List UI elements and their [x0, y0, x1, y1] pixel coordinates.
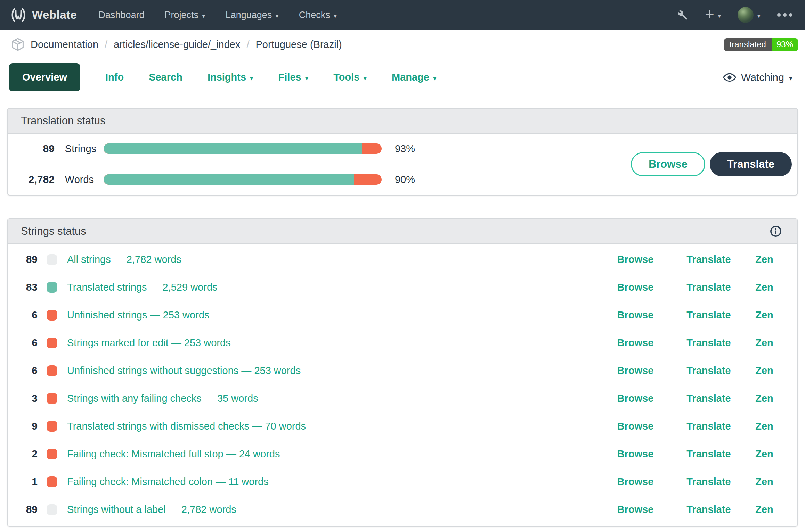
- string-filter-link[interactable]: Strings without a label — 2,782 words: [67, 504, 236, 515]
- string-filter-link[interactable]: All strings — 2,782 words: [67, 254, 181, 265]
- row-browse-link[interactable]: Browse: [612, 421, 658, 432]
- row-zen-link[interactable]: Zen: [751, 282, 778, 293]
- strings-status-row: 3 Strings with any failing checks — 35 w…: [8, 384, 797, 412]
- tab[interactable]: Search: [149, 72, 182, 83]
- weblate-logo-icon: [10, 6, 27, 24]
- breadcrumb-link[interactable]: Portuguese (Brazil): [256, 39, 342, 50]
- breadcrumb-link[interactable]: Documentation: [31, 39, 98, 50]
- admin-wrench-button[interactable]: [676, 9, 688, 21]
- navbar-item[interactable]: Languages ▾: [226, 10, 279, 20]
- string-count: 2: [15, 448, 38, 460]
- avatar: [738, 7, 754, 23]
- tab[interactable]: Insights ▾: [208, 72, 253, 83]
- chevron-down-icon: ▾: [250, 75, 253, 81]
- progress-bar-fill: [104, 174, 354, 185]
- translated-percentage-badge: translated 93%: [724, 38, 798, 51]
- breadcrumb-link[interactable]: articles/license-guide/_index: [114, 39, 240, 50]
- row-browse-link[interactable]: Browse: [612, 309, 658, 321]
- tab[interactable]: Overview: [9, 63, 80, 91]
- browse-button[interactable]: Browse: [631, 152, 705, 176]
- breadcrumb-segment: Portuguese (Brazil): [256, 39, 342, 50]
- row-zen-link[interactable]: Zen: [751, 337, 778, 349]
- string-filter-link[interactable]: Failing check: Mismatched full stop — 24…: [67, 448, 280, 460]
- string-filter-link[interactable]: Unfinished strings without suggestions —…: [67, 365, 301, 376]
- tab[interactable]: Info: [105, 72, 124, 83]
- status-color-swatch: [47, 310, 57, 321]
- percent-value: 93%: [395, 143, 415, 155]
- row-browse-link[interactable]: Browse: [612, 254, 658, 265]
- row-translate-link[interactable]: Translate: [681, 476, 737, 488]
- progress-bar[interactable]: [104, 143, 382, 154]
- row-translate-link[interactable]: Translate: [681, 337, 737, 349]
- breadcrumb-separator: /: [105, 39, 107, 50]
- info-icon[interactable]: [770, 225, 782, 238]
- navbar-item[interactable]: Checks ▾: [299, 10, 337, 20]
- row-zen-link[interactable]: Zen: [751, 393, 778, 404]
- tab-label: Files: [278, 72, 301, 83]
- more-options-button[interactable]: [777, 13, 792, 17]
- row-translate-link[interactable]: Translate: [681, 254, 737, 265]
- tab[interactable]: Manage ▾: [392, 72, 437, 83]
- status-color-swatch: [47, 254, 57, 265]
- row-translate-link[interactable]: Translate: [681, 448, 737, 460]
- string-count: 83: [15, 281, 38, 293]
- row-browse-link[interactable]: Browse: [612, 365, 658, 376]
- add-new-button[interactable]: + ▾: [705, 7, 721, 23]
- navbar-item[interactable]: Dashboard: [98, 10, 144, 20]
- count-label: Strings: [65, 143, 104, 155]
- row-translate-link[interactable]: Translate: [681, 282, 737, 293]
- navbar-item[interactable]: Projects ▾: [165, 10, 205, 20]
- panel-title: Strings status: [21, 225, 86, 238]
- string-filter-link[interactable]: Translated strings — 2,529 words: [67, 282, 218, 293]
- user-menu[interactable]: ▾: [738, 7, 761, 23]
- row-zen-link[interactable]: Zen: [751, 365, 778, 376]
- row-browse-link[interactable]: Browse: [612, 476, 658, 488]
- row-translate-link[interactable]: Translate: [681, 504, 737, 515]
- count-value: 2,782: [21, 174, 55, 185]
- row-translate-link[interactable]: Translate: [681, 365, 737, 376]
- row-zen-link[interactable]: Zen: [751, 448, 778, 460]
- row-zen-link[interactable]: Zen: [751, 504, 778, 515]
- wrench-icon: [676, 9, 688, 21]
- row-browse-link[interactable]: Browse: [612, 504, 658, 515]
- string-filter-link[interactable]: Unfinished strings — 253 words: [67, 309, 209, 321]
- row-browse-link[interactable]: Browse: [612, 393, 658, 404]
- string-filter-link[interactable]: Translated strings with dismissed checks…: [67, 421, 306, 432]
- tab[interactable]: Files ▾: [278, 72, 309, 83]
- status-color-swatch: [47, 338, 57, 348]
- progress-bar[interactable]: [104, 174, 382, 185]
- row-translate-link[interactable]: Translate: [681, 309, 737, 321]
- breadcrumb-separator: /: [246, 39, 249, 50]
- translate-button[interactable]: Translate: [710, 152, 792, 176]
- row-zen-link[interactable]: Zen: [751, 254, 778, 265]
- brand-name: Weblate: [32, 8, 77, 22]
- tab-label: Search: [149, 72, 182, 83]
- row-translate-link[interactable]: Translate: [681, 393, 737, 404]
- row-browse-link[interactable]: Browse: [612, 282, 658, 293]
- chevron-down-icon: ▾: [363, 75, 367, 81]
- panel-header: Strings status: [8, 219, 797, 244]
- string-count: 89: [15, 253, 38, 265]
- row-zen-link[interactable]: Zen: [751, 421, 778, 432]
- string-count: 89: [15, 504, 38, 515]
- tab[interactable]: Tools ▾: [333, 72, 367, 83]
- watching-dropdown[interactable]: Watching ▾: [723, 72, 792, 83]
- string-count: 9: [15, 420, 38, 432]
- string-filter-link[interactable]: Failing check: Mismatched colon — 11 wor…: [67, 476, 269, 488]
- row-zen-link[interactable]: Zen: [751, 309, 778, 321]
- chevron-down-icon: ▾: [789, 75, 792, 82]
- string-filter-link[interactable]: Strings marked for edit — 253 words: [67, 337, 231, 349]
- navbar-item-label: Dashboard: [98, 10, 144, 20]
- string-filter-link[interactable]: Strings with any failing checks — 35 wor…: [67, 393, 258, 404]
- row-zen-link[interactable]: Zen: [751, 476, 778, 488]
- weblate-home-link[interactable]: Weblate: [10, 6, 77, 24]
- status-color-swatch: [47, 421, 57, 432]
- status-color-swatch: [47, 282, 57, 293]
- panel-title: Translation status: [21, 115, 106, 127]
- dot-icon: [789, 13, 792, 17]
- row-browse-link[interactable]: Browse: [612, 448, 658, 460]
- chevron-down-icon: ▾: [718, 13, 721, 19]
- panel-header: Translation status: [8, 109, 797, 134]
- row-browse-link[interactable]: Browse: [612, 337, 658, 349]
- row-translate-link[interactable]: Translate: [681, 421, 737, 432]
